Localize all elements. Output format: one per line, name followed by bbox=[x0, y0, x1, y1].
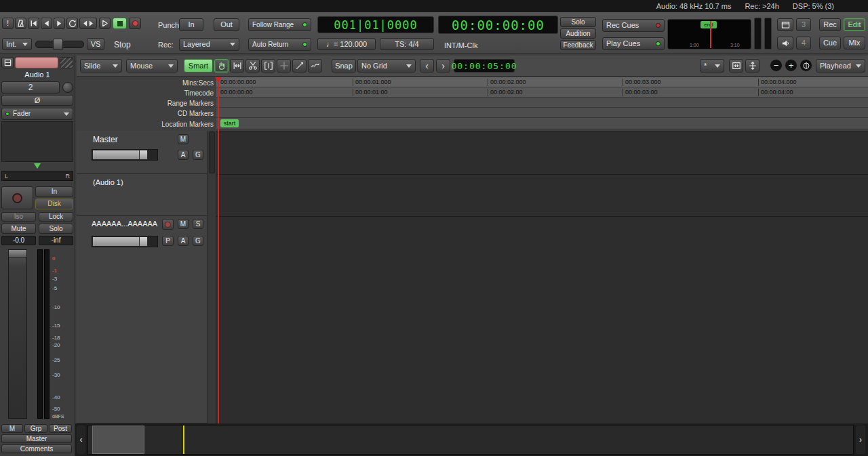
fader-handle[interactable] bbox=[9, 250, 26, 257]
meter-point-button[interactable] bbox=[1, 57, 14, 68]
end-marker[interactable]: end bbox=[701, 21, 717, 28]
stop-button[interactable] bbox=[113, 18, 127, 29]
edit-page-button[interactable]: Edit bbox=[844, 18, 865, 31]
snap-button[interactable]: Snap bbox=[332, 59, 356, 72]
jog-shuttle-button[interactable] bbox=[79, 18, 97, 29]
location-markers-ruler[interactable]: start bbox=[216, 118, 868, 129]
shuttle-handle[interactable] bbox=[53, 39, 63, 50]
feedback-indicator-button[interactable]: Feedback bbox=[560, 40, 596, 50]
solo-iso-button[interactable]: Iso bbox=[1, 212, 36, 222]
time-signature-button[interactable]: TS: 4/4 bbox=[380, 38, 434, 50]
summary-playhead[interactable] bbox=[183, 426, 184, 454]
mute-button[interactable]: Mute bbox=[1, 224, 36, 234]
smart-mode-button[interactable]: Smart bbox=[184, 59, 213, 72]
rec-cues-button[interactable]: Rec Cues bbox=[602, 19, 665, 32]
audio-track-header[interactable]: AAAAAA...AAAAAA M S P A G bbox=[77, 216, 207, 423]
record-enable-button[interactable] bbox=[162, 219, 174, 230]
nudge-forward-button[interactable]: › bbox=[436, 59, 450, 72]
track-canvas[interactable] bbox=[216, 131, 868, 423]
expand-tracks-button[interactable] bbox=[745, 59, 760, 72]
post-button[interactable]: Post bbox=[49, 424, 72, 433]
edit-point-dropdown[interactable]: Mouse bbox=[126, 59, 178, 72]
window-3-button[interactable]: 3 bbox=[796, 18, 811, 31]
master-track-header[interactable]: Master M A G bbox=[77, 131, 207, 174]
rec-mode-dropdown[interactable]: Layered bbox=[179, 38, 239, 51]
forward-button[interactable] bbox=[54, 18, 65, 29]
pan-slider[interactable]: L R bbox=[1, 171, 73, 181]
playhead-marker[interactable] bbox=[215, 77, 222, 83]
punch-in-button[interactable]: In bbox=[179, 18, 203, 31]
metronome-button[interactable] bbox=[15, 18, 26, 29]
rec-page-button[interactable]: Rec bbox=[819, 18, 841, 31]
timecode-ruler[interactable]: 00:00:00:00 00:00:01:00 00:00:02:00 00:0… bbox=[216, 87, 868, 98]
cd-markers-ruler[interactable] bbox=[216, 108, 868, 118]
grab-tool-button[interactable] bbox=[214, 59, 229, 72]
stretch-tool-button[interactable] bbox=[261, 59, 275, 72]
audition-tool-button[interactable] bbox=[277, 59, 291, 72]
track-name[interactable]: Master bbox=[93, 136, 118, 144]
group-button[interactable]: G bbox=[193, 150, 203, 160]
ruler-label-cd[interactable]: CD Markers bbox=[77, 110, 214, 117]
pan-pointer[interactable] bbox=[34, 163, 41, 169]
fader-knob[interactable] bbox=[139, 236, 148, 247]
automation-button[interactable]: A bbox=[178, 236, 189, 246]
monitor-button[interactable] bbox=[777, 37, 793, 49]
solo-button[interactable]: Solo bbox=[39, 224, 73, 234]
comments-button[interactable]: Comments bbox=[1, 444, 72, 453]
track-scrollbar[interactable] bbox=[207, 131, 216, 423]
peak-display[interactable]: -inf bbox=[39, 236, 73, 245]
mini-timeline[interactable]: end 1:00 3:10 bbox=[667, 19, 751, 49]
track-gain-fader[interactable] bbox=[92, 236, 158, 247]
playhead-line[interactable] bbox=[218, 77, 219, 423]
mix-page-button[interactable]: Mix bbox=[844, 37, 865, 49]
nudge-clock[interactable]: 00:00:05:00 bbox=[454, 59, 515, 72]
monitor-input-button[interactable]: In bbox=[35, 186, 73, 197]
play-button[interactable] bbox=[99, 18, 111, 29]
zoom-focus-button[interactable] bbox=[800, 59, 812, 72]
grid-mode-dropdown[interactable]: No Grid bbox=[357, 59, 416, 72]
group-button[interactable]: G bbox=[193, 236, 203, 246]
zoom-in-button[interactable]: + bbox=[785, 59, 797, 72]
bbt-clock[interactable]: 001|01|0000 bbox=[317, 16, 434, 33]
gain-fader[interactable] bbox=[8, 249, 27, 419]
track-name[interactable]: AAAAAA...AAAAAA bbox=[92, 220, 157, 228]
draw-tool-button[interactable] bbox=[292, 59, 307, 72]
sync-source-dropdown[interactable]: Int. bbox=[2, 38, 32, 50]
marker-menu-dropdown[interactable]: * bbox=[700, 59, 724, 72]
range-tool-button[interactable] bbox=[230, 59, 244, 72]
varispeed-button[interactable]: VS bbox=[87, 38, 104, 50]
zoom-focus-dropdown[interactable]: Playhead bbox=[816, 59, 865, 72]
ruler-label-timecode[interactable]: Timecode bbox=[77, 89, 214, 97]
record-arm-button[interactable] bbox=[15, 57, 58, 68]
ruler-label-minsec[interactable]: Mins:Secs bbox=[77, 79, 214, 87]
record-button[interactable] bbox=[129, 18, 141, 29]
timecode-clock[interactable]: 00:00:00:00 bbox=[438, 16, 558, 34]
cue-page-button[interactable]: Cue bbox=[819, 37, 841, 49]
zoom-to-session-button[interactable] bbox=[729, 59, 743, 72]
loop-button[interactable] bbox=[66, 18, 78, 29]
gain-display[interactable]: -0.0 bbox=[1, 236, 36, 245]
tempo-button[interactable]: ♩= 120.000 bbox=[317, 38, 376, 50]
ruler-label-location[interactable]: Location Markers bbox=[77, 121, 214, 128]
scroll-right-button[interactable]: › bbox=[856, 426, 865, 454]
automation-button[interactable]: A bbox=[178, 150, 189, 160]
internal-edit-tool-button[interactable] bbox=[308, 59, 322, 72]
summary-view-rectangle[interactable] bbox=[92, 426, 144, 454]
scroll-left-button[interactable]: ‹ bbox=[77, 426, 85, 454]
mute-button[interactable]: M bbox=[178, 134, 189, 144]
mute-button[interactable]: M bbox=[178, 219, 189, 229]
playlist-button[interactable]: P bbox=[162, 236, 174, 246]
record-enable-button[interactable] bbox=[1, 186, 33, 209]
nudge-back-button[interactable]: ‹ bbox=[420, 59, 434, 72]
window-4-button[interactable]: 4 bbox=[796, 37, 811, 49]
edit-mode-dropdown[interactable]: Slide bbox=[80, 59, 122, 72]
phase-invert-button[interactable]: Ø bbox=[1, 95, 73, 106]
audition-indicator-button[interactable]: Audition bbox=[560, 28, 596, 39]
follow-range-button[interactable]: Follow Range bbox=[248, 18, 311, 31]
rewind-button[interactable] bbox=[41, 18, 52, 29]
editor-window-button[interactable] bbox=[777, 18, 793, 31]
solo-isolate-pattern-button[interactable] bbox=[60, 57, 73, 68]
monitor-disk-button[interactable]: Disk bbox=[35, 199, 73, 209]
track-gain-fader[interactable] bbox=[92, 149, 158, 161]
fader-knob[interactable] bbox=[139, 150, 148, 160]
